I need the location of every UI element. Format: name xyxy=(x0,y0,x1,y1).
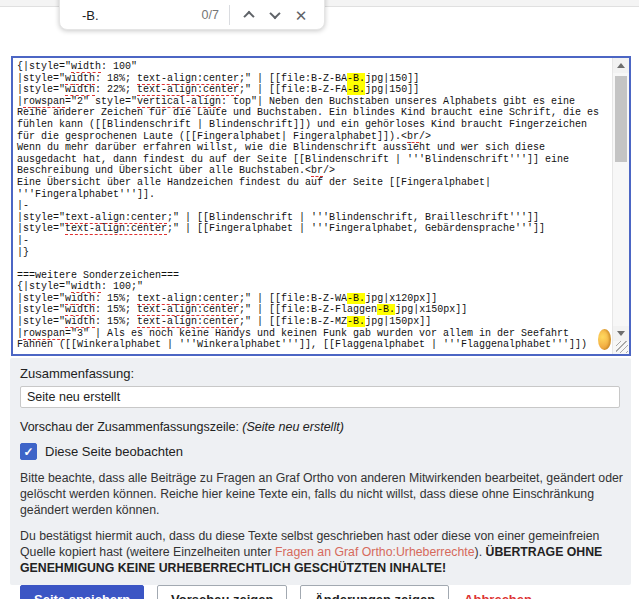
edit-notice: Bitte beachte, dass alle Beiträge zu Fra… xyxy=(20,470,624,518)
show-preview-button[interactable]: Vorschau zeigen xyxy=(157,585,287,599)
find-query-input[interactable]: -B. xyxy=(82,8,202,23)
watch-page-label: Diese Seite beobachten xyxy=(45,444,183,459)
copyright-text-mid: ). xyxy=(475,545,486,559)
show-changes-button[interactable]: Änderungen zeigen xyxy=(300,585,449,599)
chevron-up-icon xyxy=(243,11,254,22)
scroll-up-icon xyxy=(617,63,625,68)
find-close-button[interactable]: ✕ xyxy=(288,2,314,28)
scrollbar-down-button[interactable] xyxy=(613,326,629,341)
summary-preview-text: (Seite neu erstellt) xyxy=(242,420,343,434)
cancel-button[interactable]: Abbrechen xyxy=(462,586,534,599)
wikitext-editor-content[interactable]: {|style="width: 100"|style="width: 18%; … xyxy=(13,58,612,354)
textarea-resize-grip[interactable] xyxy=(616,341,628,353)
find-in-page-bar: -B. 0/7 ✕ xyxy=(59,0,325,30)
summary-preview: Vorschau der Zusammenfassungszeile: (Sei… xyxy=(20,420,621,434)
wikitext-editor[interactable]: {|style="width: 100"|style="width: 18%; … xyxy=(12,57,630,355)
summary-input[interactable] xyxy=(20,386,620,408)
copyright-link[interactable]: Fragen an Graf Ortho:Urheberrechte xyxy=(275,545,475,559)
find-bar-divider xyxy=(229,5,230,25)
scrollbar-up-button[interactable] xyxy=(613,58,629,73)
find-match-counter: 0/7 xyxy=(202,8,219,22)
copyright-notice: Du bestätigst hiermit auch, dass du dies… xyxy=(20,528,624,576)
action-button-row: Seite speichern Vorschau zeigen Änderung… xyxy=(20,585,621,599)
close-icon: ✕ xyxy=(295,8,308,23)
find-previous-button[interactable] xyxy=(236,2,262,28)
watch-page-row: Diese Seite beobachten xyxy=(20,443,621,460)
edit-footer-panel: Zusammenfassung: Vorschau der Zusammenfa… xyxy=(10,358,631,585)
scrollbar-thumb[interactable] xyxy=(615,76,627,162)
scroll-down-icon xyxy=(617,331,625,336)
orange-dot-indicator xyxy=(598,329,611,350)
chevron-down-icon xyxy=(269,8,280,19)
find-next-button[interactable] xyxy=(262,2,288,28)
editor-scrollbar[interactable] xyxy=(612,58,629,354)
save-page-button[interactable]: Seite speichern xyxy=(20,585,144,599)
watch-page-checkbox[interactable] xyxy=(20,443,37,460)
summary-label: Zusammenfassung: xyxy=(20,366,621,381)
summary-preview-label: Vorschau der Zusammenfassungszeile: xyxy=(20,420,239,434)
